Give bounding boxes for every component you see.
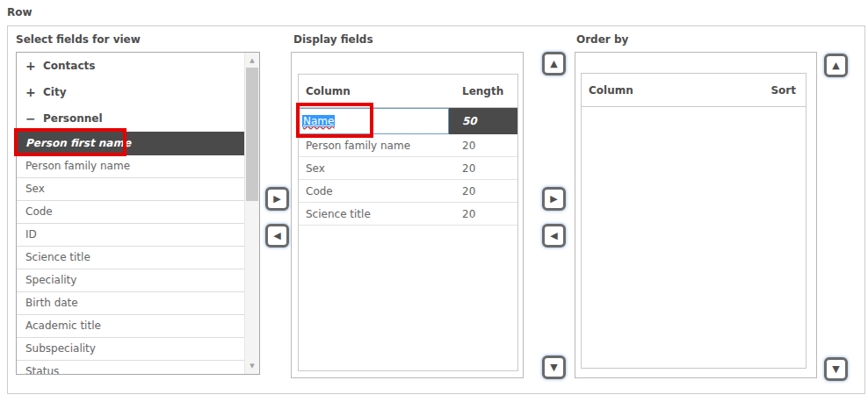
field-item[interactable]: Person family name bbox=[17, 155, 244, 178]
field-item[interactable]: Status bbox=[17, 361, 244, 374]
down-arrow-icon: ▼ bbox=[550, 363, 557, 372]
field-item[interactable]: Speciality bbox=[17, 269, 244, 292]
expand-icon[interactable]: + bbox=[25, 85, 43, 99]
order-by-title: Order by bbox=[576, 33, 628, 46]
display-fields-table: Column Length Name 50 Person family name… bbox=[298, 74, 518, 371]
column-cell[interactable]: Person family name bbox=[299, 134, 449, 156]
field-item[interactable]: Science title bbox=[17, 247, 244, 269]
move-row-down-button[interactable]: ▼ bbox=[542, 355, 566, 379]
tree-group-contacts[interactable]: + Contacts bbox=[17, 53, 244, 79]
tree-group-personnel[interactable]: − Personnel bbox=[17, 105, 244, 132]
field-tree-listbox: + Contacts + City − Personnel Person fir… bbox=[16, 52, 260, 375]
tree-group-city[interactable]: + City bbox=[17, 79, 244, 105]
column-cell[interactable]: Code bbox=[299, 180, 449, 202]
tree-group-label: City bbox=[43, 86, 66, 98]
length-cell[interactable]: 20 bbox=[449, 180, 517, 202]
display-row[interactable]: Person family name 20 bbox=[299, 134, 517, 157]
field-item[interactable]: Code bbox=[17, 201, 244, 224]
length-cell[interactable]: 20 bbox=[449, 134, 517, 156]
right-arrow-icon: ▶ bbox=[273, 194, 280, 204]
display-row-editing[interactable]: Name 50 bbox=[299, 108, 517, 134]
sort-header: Sort bbox=[744, 84, 806, 97]
add-field-button[interactable]: ▶ bbox=[265, 187, 289, 211]
expand-icon[interactable]: + bbox=[25, 59, 43, 73]
display-row[interactable]: Sex 20 bbox=[299, 157, 517, 180]
display-row[interactable]: Science title 20 bbox=[299, 203, 517, 226]
add-order-button[interactable]: ▶ bbox=[542, 187, 566, 211]
length-cell[interactable]: 20 bbox=[449, 157, 517, 179]
display-table-header: Column Length bbox=[299, 75, 517, 108]
column-header: Column bbox=[582, 84, 744, 97]
remove-field-button[interactable]: ◀ bbox=[265, 224, 289, 248]
scroll-down-button[interactable]: ▼ bbox=[245, 359, 259, 373]
scroll-up-icon: ▲ bbox=[250, 57, 254, 64]
length-header: Length bbox=[449, 85, 517, 97]
field-item-selected[interactable]: Person first name bbox=[17, 132, 244, 155]
collapse-icon[interactable]: − bbox=[25, 111, 43, 126]
field-item[interactable]: ID bbox=[17, 224, 244, 247]
scroll-up-button[interactable]: ▲ bbox=[245, 54, 259, 68]
up-arrow-icon: ▲ bbox=[832, 61, 839, 70]
right-arrow-icon: ▶ bbox=[550, 194, 557, 204]
scrollbar[interactable]: ▲ ▼ bbox=[244, 53, 259, 374]
field-item[interactable]: Birth date bbox=[17, 292, 244, 315]
display-fields-title: Display fields bbox=[293, 33, 373, 46]
scroll-down-icon: ▼ bbox=[250, 363, 254, 370]
down-arrow-icon: ▼ bbox=[832, 364, 839, 374]
field-item[interactable]: Subspeciality bbox=[17, 338, 244, 361]
order-move-down-button[interactable]: ▼ bbox=[824, 357, 848, 381]
order-move-up-button[interactable]: ▲ bbox=[824, 54, 848, 77]
select-fields-title: Select fields for view bbox=[16, 33, 141, 46]
length-cell[interactable]: 20 bbox=[449, 203, 517, 225]
left-arrow-icon: ◀ bbox=[550, 231, 557, 240]
display-row[interactable]: Code 20 bbox=[299, 180, 517, 203]
column-header: Column bbox=[299, 85, 449, 97]
tree-group-label: Personnel bbox=[43, 112, 103, 125]
column-cell[interactable]: Sex bbox=[299, 157, 449, 179]
input-selected-text: Name bbox=[302, 115, 335, 127]
length-cell-selected[interactable]: 50 bbox=[449, 108, 517, 134]
order-by-table: Column Sort bbox=[581, 73, 807, 369]
field-item[interactable]: Academic title bbox=[17, 315, 244, 338]
row-section-label: Row bbox=[7, 6, 33, 18]
up-arrow-icon: ▲ bbox=[550, 59, 557, 68]
move-row-up-button[interactable]: ▲ bbox=[542, 52, 566, 75]
view-builder: Row Select fields for view + Contacts + … bbox=[0, 0, 868, 402]
field-item[interactable]: Sex bbox=[17, 178, 244, 201]
left-arrow-icon: ◀ bbox=[273, 231, 280, 240]
field-tree: + Contacts + City − Personnel Person fir… bbox=[17, 53, 244, 374]
order-table-header: Column Sort bbox=[582, 74, 806, 107]
tree-group-label: Contacts bbox=[43, 60, 95, 72]
remove-order-button[interactable]: ◀ bbox=[542, 224, 566, 248]
scrollbar-thumb[interactable] bbox=[246, 68, 258, 201]
column-cell[interactable]: Science title bbox=[299, 203, 449, 225]
column-name-input[interactable]: Name bbox=[299, 108, 449, 134]
